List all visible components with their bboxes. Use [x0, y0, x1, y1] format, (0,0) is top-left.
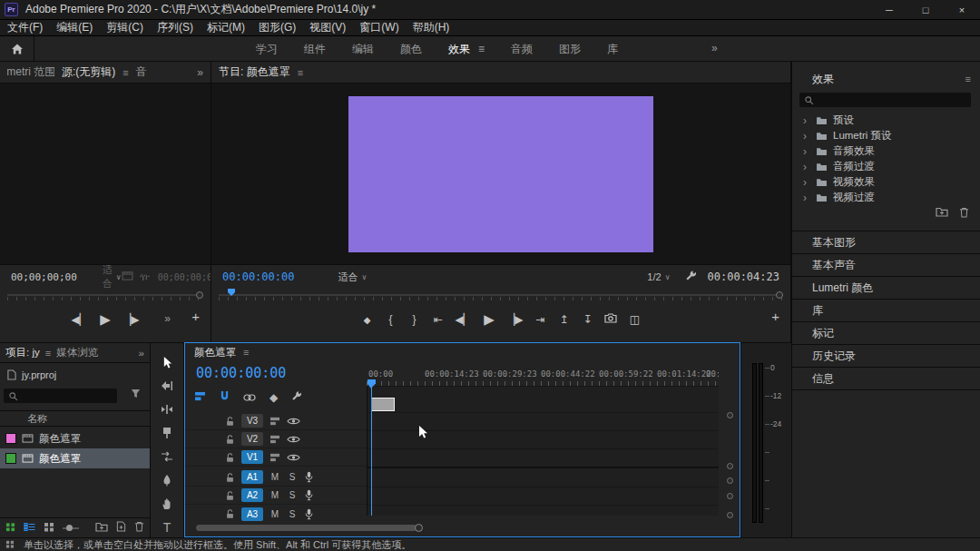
source-fit-dropdown[interactable]: 适合∨ — [103, 263, 122, 290]
home-button[interactable] — [0, 36, 34, 62]
export-frame-button[interactable] — [604, 313, 617, 326]
menu-help[interactable]: 帮助(H) — [413, 20, 450, 35]
project-list-header[interactable]: 名称 — [0, 410, 150, 427]
project-filter-icon[interactable] — [131, 389, 141, 401]
tab-info[interactable]: 信息 — [792, 367, 980, 389]
selection-tool[interactable] — [151, 350, 183, 374]
voiceover-mic-icon[interactable] — [304, 508, 314, 520]
mark-out-button[interactable]: } — [408, 313, 421, 326]
sync-lock-icon[interactable] — [270, 417, 280, 426]
drag-audio-icon[interactable] — [139, 271, 151, 283]
effects-folder-video-transitions[interactable]: ›视频过渡 — [792, 190, 980, 205]
hscrollbar-zoom-handle[interactable] — [415, 524, 423, 532]
timeline-settings-wrench-icon[interactable] — [291, 390, 302, 404]
workspace-tab-color[interactable]: 颜色 — [400, 42, 422, 57]
track-resize-handle[interactable] — [727, 512, 733, 518]
program-scrubber[interactable] — [219, 289, 783, 301]
tab-source-monitor[interactable]: 源:(无剪辑) — [62, 64, 115, 80]
source-panel-menu-icon[interactable]: ≡ — [122, 67, 128, 78]
track-lock-icon[interactable] — [225, 472, 235, 483]
effects-folder-audio-transitions[interactable]: ›音频过渡 — [792, 159, 980, 174]
zoom-slider[interactable] — [63, 527, 79, 529]
timeline-hscrollbar[interactable] — [194, 525, 720, 532]
timeline-timecode[interactable]: 00:00:00:00 — [196, 365, 286, 381]
timeline-track-area[interactable] — [367, 387, 719, 516]
program-timecode[interactable]: 00:00:00:00 — [222, 271, 294, 283]
solo-button[interactable]: S — [287, 472, 298, 482]
track-label-v3[interactable]: V3 — [241, 414, 263, 428]
track-resize-handle[interactable] — [727, 463, 733, 469]
effects-folder-presets[interactable]: ›预设 — [792, 113, 980, 128]
effects-folder-video-effects[interactable]: ›视频效果 — [792, 174, 980, 190]
track-label-v1[interactable]: V1 — [241, 450, 263, 464]
tab-program-monitor[interactable]: 节目: 颜色遮罩 — [219, 64, 290, 80]
tab-essential-sound[interactable]: 基本声音 — [792, 253, 980, 276]
timeline-clip-pink[interactable] — [372, 449, 386, 465]
program-resolution-dropdown[interactable]: 1/2∨ — [647, 271, 670, 282]
source-step-forward-button[interactable]: ▕▶ — [122, 313, 139, 326]
pen-tool[interactable] — [151, 468, 183, 492]
tab-libraries[interactable]: 库 — [792, 299, 980, 321]
ripple-edit-tool[interactable] — [151, 398, 183, 421]
menu-view[interactable]: 视图(V) — [309, 20, 346, 35]
chevron-right-icon[interactable]: › — [803, 130, 810, 143]
program-playhead[interactable] — [228, 289, 235, 296]
chevron-right-icon[interactable]: › — [803, 161, 810, 173]
sync-lock-icon[interactable] — [270, 453, 280, 462]
tab-lumetri-scopes[interactable]: Lumetri 范围 — [7, 64, 54, 80]
track-lock-icon[interactable] — [225, 490, 235, 501]
track-resize-handle[interactable] — [727, 412, 733, 418]
track-output-eye-icon[interactable] — [287, 417, 300, 426]
tab-lumetri-color[interactable]: Lumetri 颜色 — [792, 276, 980, 299]
new-item-icon[interactable] — [116, 521, 126, 535]
linked-selection-icon[interactable] — [243, 391, 256, 404]
project-tab-overflow-icon[interactable]: » — [139, 348, 144, 359]
workspace-tab-assembly[interactable]: 组件 — [304, 42, 326, 57]
clear-trash-icon[interactable] — [134, 521, 144, 535]
voiceover-mic-icon[interactable] — [304, 489, 314, 501]
razor-tool[interactable] — [151, 421, 183, 445]
workspace-menu-icon[interactable]: ≡ — [478, 43, 485, 55]
workspace-tab-libraries[interactable]: 库 — [607, 42, 618, 57]
track-label-a3[interactable]: A3 — [241, 507, 263, 521]
mark-in-button[interactable]: { — [385, 313, 397, 326]
source-scrubber[interactable] — [7, 289, 203, 301]
workspace-tab-graphics[interactable]: 图形 — [559, 42, 581, 57]
track-lock-icon[interactable] — [225, 508, 235, 519]
program-button-editor[interactable]: + — [771, 309, 779, 324]
track-lock-icon[interactable] — [225, 416, 235, 427]
track-lock-icon[interactable] — [225, 452, 235, 463]
workspace-overflow-icon[interactable]: » — [711, 42, 718, 54]
source-transport-overflow-icon[interactable]: » — [164, 312, 171, 325]
menu-sequence[interactable]: 序列(S) — [157, 20, 193, 35]
delete-custom-item-icon[interactable] — [959, 207, 969, 221]
workspace-tab-learning[interactable]: 学习 — [256, 42, 278, 57]
new-bin-icon[interactable] — [95, 522, 108, 535]
icon-view-icon[interactable] — [44, 522, 54, 535]
menu-graphics[interactable]: 图形(G) — [259, 20, 296, 35]
track-label-v2[interactable]: V2 — [241, 432, 263, 446]
tab-markers[interactable]: 标记 — [792, 321, 980, 344]
add-marker-icon[interactable]: ◆ — [270, 391, 278, 404]
track-resize-handle[interactable] — [727, 477, 733, 484]
close-button[interactable]: × — [944, 0, 980, 20]
type-tool[interactable]: T — [151, 516, 183, 539]
comparison-view-button[interactable]: ◫ — [628, 313, 641, 326]
menu-edit[interactable]: 编辑(E) — [56, 20, 93, 35]
project-search-input[interactable] — [4, 389, 117, 403]
tab-project[interactable]: 项目: jy — [5, 346, 40, 359]
source-zoom-handle[interactable] — [196, 291, 203, 299]
source-timecode[interactable]: 00;00;00;00 — [11, 271, 77, 283]
sync-lock-icon[interactable] — [270, 435, 280, 444]
project-item-color-matte-2[interactable]: 颜色遮罩 — [0, 448, 150, 468]
add-marker-button[interactable]: ◆ — [361, 315, 374, 325]
tab-media-browser[interactable]: 媒体浏览 — [56, 346, 98, 359]
timeline-ruler[interactable]: 00:00 00:00:14:23 00:00:29:23 00:00:44:2… — [367, 367, 719, 387]
chevron-right-icon[interactable]: › — [803, 145, 810, 158]
mute-button[interactable]: M — [270, 472, 280, 482]
solo-button[interactable]: S — [287, 509, 298, 519]
source-tab-overflow-icon[interactable]: » — [197, 66, 203, 79]
program-panel-menu-icon[interactable]: ≡ — [298, 67, 303, 78]
extract-button[interactable]: ↧ — [581, 313, 593, 326]
program-fit-dropdown[interactable]: 适合∨ — [338, 271, 367, 284]
